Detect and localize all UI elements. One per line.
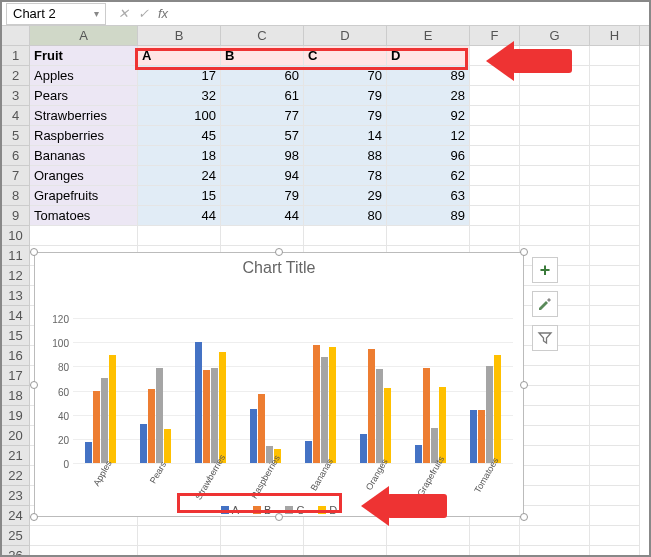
- bar[interactable]: [470, 410, 477, 463]
- cell[interactable]: 80: [304, 206, 387, 226]
- cell[interactable]: [470, 206, 520, 226]
- cell[interactable]: 28: [387, 86, 470, 106]
- cell[interactable]: [520, 366, 590, 386]
- cell[interactable]: [590, 446, 640, 466]
- cell[interactable]: D: [387, 46, 470, 66]
- cell[interactable]: 98: [221, 146, 304, 166]
- cell[interactable]: [138, 526, 221, 546]
- bar[interactable]: [203, 370, 210, 463]
- cell[interactable]: [590, 366, 640, 386]
- cell[interactable]: 29: [304, 186, 387, 206]
- row-header[interactable]: 16: [2, 346, 30, 366]
- bar[interactable]: [258, 394, 265, 463]
- formula-input[interactable]: [176, 2, 649, 25]
- cell[interactable]: [590, 286, 640, 306]
- row-header[interactable]: 2: [2, 66, 30, 86]
- row-header[interactable]: 26: [2, 546, 30, 557]
- cell[interactable]: [520, 206, 590, 226]
- cell[interactable]: [590, 486, 640, 506]
- cell[interactable]: 14: [304, 126, 387, 146]
- cell[interactable]: [590, 346, 640, 366]
- row-header[interactable]: 18: [2, 386, 30, 406]
- bar[interactable]: [360, 434, 367, 463]
- cell[interactable]: [221, 226, 304, 246]
- cell[interactable]: 32: [138, 86, 221, 106]
- bar[interactable]: [164, 429, 171, 463]
- select-all-corner[interactable]: [2, 26, 30, 45]
- bar[interactable]: [423, 368, 430, 463]
- cell[interactable]: Strawberries: [30, 106, 138, 126]
- cell[interactable]: [520, 86, 590, 106]
- cell[interactable]: [590, 466, 640, 486]
- row-header[interactable]: 7: [2, 166, 30, 186]
- row-header[interactable]: 5: [2, 126, 30, 146]
- row-header[interactable]: 17: [2, 366, 30, 386]
- cell[interactable]: 88: [304, 146, 387, 166]
- cell[interactable]: 79: [304, 106, 387, 126]
- cell[interactable]: 61: [221, 86, 304, 106]
- cell[interactable]: 92: [387, 106, 470, 126]
- cell[interactable]: [590, 126, 640, 146]
- cell[interactable]: 89: [387, 206, 470, 226]
- cell[interactable]: C: [304, 46, 387, 66]
- cell[interactable]: [590, 86, 640, 106]
- row-header[interactable]: 13: [2, 286, 30, 306]
- cell[interactable]: [470, 146, 520, 166]
- cell[interactable]: [520, 166, 590, 186]
- cell[interactable]: [590, 526, 640, 546]
- cell[interactable]: [304, 546, 387, 557]
- chart-object[interactable]: Chart Title 020406080100120ApplesPearsSt…: [34, 252, 524, 517]
- row-header[interactable]: 15: [2, 326, 30, 346]
- cell[interactable]: 70: [304, 66, 387, 86]
- bar[interactable]: [109, 355, 116, 463]
- cell[interactable]: [304, 526, 387, 546]
- bar[interactable]: [494, 355, 501, 463]
- bar[interactable]: [219, 352, 226, 463]
- cell[interactable]: [470, 106, 520, 126]
- cell[interactable]: [520, 146, 590, 166]
- cell[interactable]: [520, 446, 590, 466]
- cell[interactable]: 79: [221, 186, 304, 206]
- legend-item[interactable]: C: [285, 504, 304, 516]
- cell[interactable]: [590, 146, 640, 166]
- cell[interactable]: [590, 166, 640, 186]
- row-header[interactable]: 22: [2, 466, 30, 486]
- bar[interactable]: [384, 388, 391, 463]
- cell[interactable]: [590, 106, 640, 126]
- cell[interactable]: B: [221, 46, 304, 66]
- cell[interactable]: [590, 246, 640, 266]
- bar[interactable]: [313, 345, 320, 463]
- legend-item[interactable]: B: [253, 504, 271, 516]
- name-box[interactable]: Chart 2 ▾: [6, 3, 106, 25]
- cell[interactable]: [470, 226, 520, 246]
- cell[interactable]: 96: [387, 146, 470, 166]
- cell[interactable]: [590, 326, 640, 346]
- cell[interactable]: Grapefruits: [30, 186, 138, 206]
- chart-filter-button[interactable]: [532, 325, 558, 351]
- bar[interactable]: [93, 391, 100, 464]
- bar[interactable]: [211, 368, 218, 463]
- cell[interactable]: [470, 186, 520, 206]
- cell[interactable]: [221, 546, 304, 557]
- bar[interactable]: [156, 368, 163, 463]
- chart-plot-area[interactable]: 020406080100120ApplesPearsStrawberriesRa…: [73, 279, 513, 464]
- row-header[interactable]: 1: [2, 46, 30, 66]
- cell[interactable]: [590, 226, 640, 246]
- cell[interactable]: [520, 126, 590, 146]
- cell[interactable]: [520, 386, 590, 406]
- cell[interactable]: Apples: [30, 66, 138, 86]
- cell[interactable]: 57: [221, 126, 304, 146]
- cell[interactable]: [590, 306, 640, 326]
- cell[interactable]: 18: [138, 146, 221, 166]
- column-header-G[interactable]: G: [520, 26, 590, 45]
- cell[interactable]: 60: [221, 66, 304, 86]
- bar[interactable]: [329, 347, 336, 463]
- cell[interactable]: [520, 406, 590, 426]
- cell[interactable]: [30, 526, 138, 546]
- cancel-icon[interactable]: ✕: [114, 6, 132, 21]
- column-header-C[interactable]: C: [221, 26, 304, 45]
- column-header-A[interactable]: A: [30, 26, 138, 45]
- cell[interactable]: [304, 226, 387, 246]
- cell[interactable]: Bananas: [30, 146, 138, 166]
- chart-title[interactable]: Chart Title: [35, 253, 523, 279]
